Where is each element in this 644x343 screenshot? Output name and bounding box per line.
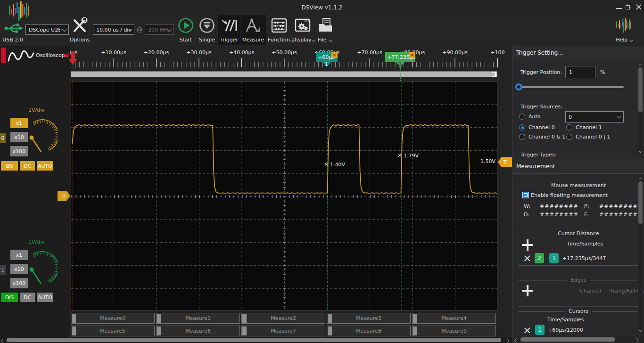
- measure-icon[interactable]: [243, 17, 263, 33]
- trigger-position-marker[interactable]: [69, 51, 78, 66]
- w-value: ########: [540, 203, 578, 209]
- function-label[interactable]: Function: [268, 37, 289, 43]
- scroll-right-icon[interactable]: [635, 337, 638, 343]
- trigger-scrollbar-thumb[interactable]: [638, 67, 643, 112]
- start-icon[interactable]: [178, 17, 194, 33]
- measurement-h-scrollbar[interactable]: [513, 336, 644, 343]
- dsview-logo-icon: [8, 0, 29, 21]
- measurement-panel-header[interactable]: Measurement: [513, 159, 644, 174]
- file-label[interactable]: File: [318, 37, 332, 43]
- distance-separator: -: [546, 255, 548, 261]
- minimize-button[interactable]: [615, 2, 623, 11]
- source-auto-radio[interactable]: [519, 114, 525, 120]
- measure-button[interactable]: Measure8: [327, 326, 411, 336]
- ch0-vdiv-dial[interactable]: [27, 111, 58, 158]
- measure-button[interactable]: Measure2: [241, 313, 325, 324]
- cursor-badge[interactable]: 1: [535, 325, 545, 335]
- ch1-x1-button[interactable]: x1: [10, 250, 28, 260]
- trigger-panel-scrollbar[interactable]: [638, 62, 643, 154]
- trigger-level-flag[interactable]: T: [498, 157, 512, 167]
- scroll-up-icon[interactable]: [638, 176, 643, 181]
- scroll-right-icon[interactable]: [505, 338, 509, 343]
- main-h-scrollbar[interactable]: [0, 337, 512, 343]
- measure-button[interactable]: Measure5: [71, 326, 155, 336]
- ch1-x10-button[interactable]: x10: [10, 264, 28, 274]
- measurement-h-scrollbar-thumb[interactable]: [520, 337, 615, 342]
- measure-button[interactable]: Measure4: [412, 313, 496, 324]
- measure-button[interactable]: Measure0: [71, 313, 155, 324]
- ch1-coupling-button[interactable]: DC: [20, 293, 35, 302]
- add-edge-icon[interactable]: [522, 285, 533, 296]
- measure-button[interactable]: Measure7: [241, 326, 325, 336]
- function-icon[interactable]: [270, 17, 288, 33]
- display-icon[interactable]: [294, 17, 312, 33]
- add-distance-icon[interactable]: [522, 239, 533, 251]
- capture-overview-bar[interactable]: [71, 71, 497, 77]
- file-icon[interactable]: [317, 17, 334, 34]
- f-label: F:: [584, 212, 588, 218]
- scroll-down-icon[interactable]: [638, 328, 643, 333]
- source-count-select[interactable]: 0: [565, 111, 624, 122]
- single-label[interactable]: Single: [198, 37, 216, 43]
- device-select[interactable]: DSCope U2B20: [25, 24, 69, 35]
- source-ch-and-radio[interactable]: [519, 134, 525, 140]
- scroll-up-icon[interactable]: [638, 62, 643, 67]
- main-h-scrollbar-thumb[interactable]: [7, 338, 501, 342]
- start-label[interactable]: Start: [178, 37, 194, 43]
- ch0-x1-button[interactable]: x1: [10, 118, 28, 128]
- ch0-coupling-button[interactable]: DC: [20, 161, 35, 171]
- distance-badge-a[interactable]: 2: [535, 253, 544, 263]
- ch0-auto-button[interactable]: AUTO: [37, 161, 53, 171]
- measurement-scrollbar-thumb[interactable]: [638, 181, 643, 224]
- ch1-badge[interactable]: 1: [0, 265, 6, 275]
- measure-button-grip: [328, 327, 332, 335]
- ch1-auto-button[interactable]: AUTO: [37, 293, 53, 302]
- scroll-left-icon[interactable]: [515, 337, 518, 343]
- measurement-panel-scrollbar[interactable]: [638, 176, 643, 333]
- measure-button[interactable]: Measure3: [327, 313, 411, 324]
- trigger-icon[interactable]: [221, 17, 238, 33]
- measure-button[interactable]: Measure9: [412, 326, 496, 336]
- ch1-vdiv-dial[interactable]: [27, 243, 58, 290]
- svg-text:+70.00µs: +70.00µs: [357, 49, 382, 56]
- restore-button[interactable]: [624, 2, 633, 11]
- measure-label[interactable]: Measure: [241, 37, 265, 43]
- cursor2-flag[interactable]: +77.235µs ×: [385, 52, 415, 62]
- cursor1-close-icon[interactable]: ×: [331, 52, 338, 58]
- enable-floating-checkbox[interactable]: [522, 192, 529, 198]
- help-label[interactable]: Help: [614, 37, 635, 43]
- remove-distance-icon[interactable]: ×: [523, 253, 531, 263]
- samplerate-select[interactable]: 200 MHz: [145, 24, 174, 35]
- source-ch-or-radio[interactable]: [566, 134, 572, 140]
- cursor2-close-icon[interactable]: ×: [409, 52, 415, 58]
- trigger-position-slider-handle[interactable]: [515, 83, 522, 90]
- ch0-enable-button[interactable]: EN: [1, 161, 18, 171]
- scroll-left-icon[interactable]: [1, 338, 5, 343]
- trigger-position-slider[interactable]: [518, 86, 624, 88]
- close-button[interactable]: ×: [635, 2, 643, 11]
- single-icon[interactable]: [199, 17, 215, 33]
- ch1-enable-button[interactable]: DIS: [1, 293, 18, 302]
- remove-cursor-icon[interactable]: ×: [523, 326, 531, 335]
- scroll-down-icon[interactable]: [638, 149, 643, 154]
- cursor1-flag[interactable]: +60µs ×: [316, 52, 338, 62]
- trigger-panel-header[interactable]: Trigger Setting...: [513, 46, 644, 60]
- source-ch1-radio[interactable]: [566, 124, 572, 131]
- distance-time-samples-label: Time/Samples: [567, 241, 603, 247]
- measure-button[interactable]: Measure1: [156, 313, 240, 324]
- distance-badge-b[interactable]: 1: [549, 253, 559, 263]
- options-label[interactable]: Options: [69, 37, 91, 43]
- trigger-position-input[interactable]: 1: [565, 66, 595, 78]
- ch0-x100-button[interactable]: x100: [10, 146, 28, 156]
- ch1-x100-button[interactable]: x100: [10, 278, 28, 288]
- measure-button[interactable]: Measure6: [156, 326, 240, 336]
- timebase-value: 10.00 us / div: [96, 27, 132, 33]
- display-label[interactable]: Display: [292, 37, 313, 43]
- source-ch0-radio[interactable]: [519, 124, 525, 131]
- plot-area[interactable]: 1.40V1.79V: [71, 81, 497, 311]
- ch0-badge[interactable]: 0: [0, 133, 6, 143]
- trigger-label[interactable]: Trigger: [219, 37, 239, 43]
- timebase-select[interactable]: 10.00 us / div: [93, 24, 134, 35]
- ch0-x10-button[interactable]: x10: [10, 132, 28, 142]
- measure-button-grip: [413, 327, 417, 335]
